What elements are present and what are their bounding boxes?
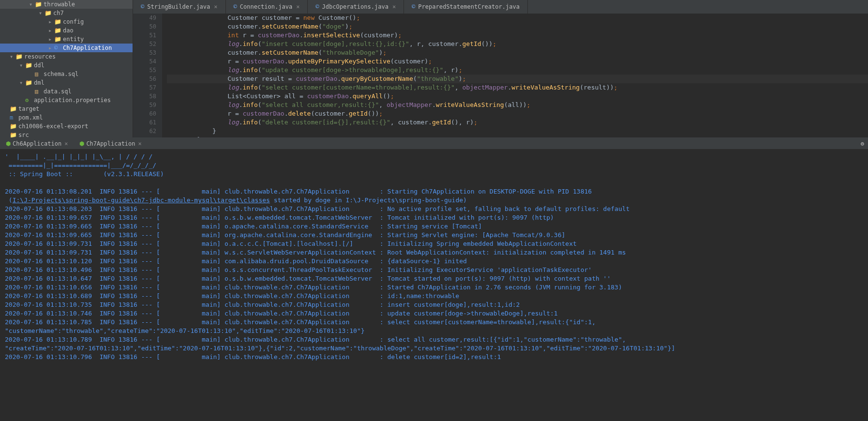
spring-icon: ⬢	[6, 140, 11, 147]
code-line[interactable]: log.info("delete customer[id={}],result:…	[167, 118, 868, 127]
tree-item-throwable[interactable]: 📁throwable	[0, 0, 133, 9]
folder-orange-icon: 📁	[10, 105, 16, 112]
editor-tab-preparedstatementcreator-java[interactable]: ©PreparedStatementCreator.java	[404, 0, 528, 14]
console-line: 2020-07-16 01:13:10.746 INFO 13816 --- […	[5, 309, 863, 318]
tree-item-dml[interactable]: 📁dml	[0, 78, 133, 87]
tree-item-label: data.sql	[44, 88, 72, 95]
code-line[interactable]: customer.setCustomerName("doge");	[167, 22, 868, 31]
tree-item-label: schema.sql	[44, 71, 78, 77]
line-number: 55	[133, 66, 156, 75]
console-line: =========|_|==============|___/=/_/_/_/	[5, 161, 863, 170]
folder-icon: 📁	[25, 62, 32, 69]
close-icon[interactable]: ×	[138, 140, 142, 147]
console-line: 2020-07-16 01:13:09.665 INFO 13816 --- […	[5, 231, 863, 240]
tree-item-label: dml	[34, 79, 45, 86]
tree-item-ch7application[interactable]: ©Ch7Application	[0, 44, 133, 52]
tree-arrow-icon[interactable]	[19, 79, 24, 86]
console-line: 2020-07-16 01:13:09.665 INFO 13816 --- […	[5, 222, 863, 231]
tree-item-ch7[interactable]: 📁ch7	[0, 9, 133, 17]
tree-item-src[interactable]: 📁src	[0, 131, 133, 137]
gutter: 495051525354555657585960616263	[133, 14, 162, 137]
folder-icon: 📁	[54, 18, 61, 25]
tree-arrow-icon[interactable]	[10, 53, 15, 60]
java-icon: ©	[54, 45, 61, 51]
code-line[interactable]: r = customerDao.delete(customer.getId())…	[167, 109, 868, 118]
tree-item-ch10086-excel-export[interactable]: 📁ch10086-excel-export	[0, 122, 133, 131]
tree-item-label: target	[18, 105, 39, 112]
console-tabs: ⬢Ch6Application×⬢Ch7Application×⚙	[0, 138, 868, 150]
folder-icon: 📁	[54, 36, 61, 43]
tree-item-dao[interactable]: 📁dao	[0, 26, 133, 35]
tree-item-application-properties[interactable]: ⚙application.properties	[0, 96, 133, 105]
close-icon[interactable]: ×	[296, 3, 299, 10]
folder-icon: 📁	[54, 27, 61, 34]
editor-tab-jdbcoperations-java[interactable]: ©JdbcOperations.java×	[308, 0, 404, 14]
line-number: 60	[133, 109, 156, 118]
console-line: 2020-07-16 01:13:10.656 INFO 13816 --- […	[5, 283, 863, 292]
tree-item-entity[interactable]: 📁entity	[0, 35, 133, 44]
close-icon[interactable]: ×	[392, 3, 396, 10]
tree-arrow-icon[interactable]	[39, 10, 44, 16]
tree-item-schema-sql[interactable]: ▤schema.sql	[0, 70, 133, 78]
tree-item-config[interactable]: 📁config	[0, 17, 133, 26]
code-line[interactable]: log.info("select all customer,result:{}"…	[167, 101, 868, 109]
tree-item-resources[interactable]: 📁resources	[0, 52, 133, 61]
code-line[interactable]: customer.setCustomerName("throwableDoge"…	[167, 48, 868, 57]
console-output[interactable]: ' |____| .__|_| |_|_| |_\__, | / / / / =…	[0, 150, 868, 421]
tree-item-label: entity	[63, 36, 84, 43]
java-icon: ©	[315, 3, 319, 10]
line-number: 50	[133, 22, 156, 31]
console-tab-ch6application[interactable]: ⬢Ch6Application×	[0, 138, 74, 149]
folder-icon: 📁	[45, 10, 51, 16]
code-line[interactable]: Customer result = customerDao.queryByCus…	[167, 75, 868, 83]
sql-icon: ▤	[35, 88, 42, 95]
editor-tab-connection-java[interactable]: ©Connection.java×	[226, 0, 308, 14]
tree-item-label: resources	[24, 53, 56, 60]
console-tab-ch7application[interactable]: ⬢Ch7Application×	[74, 138, 147, 149]
console-link[interactable]: I:\J-Projects\spring-boot-guide\ch7-jdbc…	[13, 196, 270, 204]
console-line: 2020-07-16 01:13:10.647 INFO 13816 --- […	[5, 274, 863, 283]
code-content[interactable]: Customer customer = new Customer(); cust…	[162, 14, 868, 137]
editor-tabs: ©StringBuilder.java×©Connection.java×©Jd…	[133, 0, 868, 14]
java-icon: ©	[412, 3, 415, 10]
tree-item-ddl[interactable]: 📁ddl	[0, 61, 133, 70]
tree-arrow-icon[interactable]	[29, 1, 34, 8]
close-icon[interactable]: ×	[214, 3, 217, 10]
tree-arrow-icon[interactable]	[19, 62, 24, 69]
tree-item-target[interactable]: 📁target	[0, 105, 133, 113]
code-line[interactable]: log.info("insert customer[doge],result:{…	[167, 40, 868, 48]
gear-icon[interactable]: ⚙	[861, 140, 864, 147]
tree-arrow-icon[interactable]	[48, 18, 53, 25]
code-line[interactable]: Customer customer = new Customer();	[167, 14, 868, 22]
console-line: 2020-07-16 01:13:10.789 INFO 13816 --- […	[5, 335, 863, 344]
console-line: 2020-07-16 01:13:10.796 INFO 13816 --- […	[5, 353, 863, 361]
tree-arrow-icon[interactable]	[48, 27, 53, 34]
tree-item-label: ch7	[53, 10, 64, 16]
code-line[interactable]: }	[167, 135, 868, 137]
code-line[interactable]: List<Customer> all = customerDao.queryAl…	[167, 92, 868, 101]
console-line: "createTime":"2020-07-16T01:13:10","edit…	[5, 344, 863, 353]
tree-item-data-sql[interactable]: ▤data.sql	[0, 87, 133, 96]
editor-tab-stringbuilder-java[interactable]: ©StringBuilder.java×	[133, 0, 226, 14]
line-number: 53	[133, 48, 156, 57]
code-line[interactable]: log.info("select customer[customerName=t…	[167, 83, 868, 92]
tree-arrow-icon[interactable]	[48, 45, 53, 51]
code-line[interactable]: }	[167, 127, 868, 135]
code-line[interactable]: log.info("update customer[doge->throwabl…	[167, 66, 868, 75]
java-icon: ©	[234, 3, 237, 10]
tab-label: PreparedStatementCreator.java	[418, 3, 520, 10]
tree-arrow-icon[interactable]	[48, 36, 53, 43]
line-number: 54	[133, 57, 156, 66]
console-line: (I:\J-Projects\spring-boot-guide\ch7-jdb…	[5, 196, 863, 205]
line-number: 62	[133, 127, 156, 135]
tree-item-pom-xml[interactable]: mpom.xml	[0, 113, 133, 122]
folder-icon: 📁	[25, 79, 32, 86]
folder-icon: 📁	[10, 132, 16, 137]
console-line: 2020-07-16 01:13:10.735 INFO 13816 --- […	[5, 301, 863, 309]
code-line[interactable]: r = customerDao.updateByPrimaryKeySelect…	[167, 57, 868, 66]
tab-label: JdbcOperations.java	[322, 3, 389, 10]
close-icon[interactable]: ×	[64, 140, 68, 147]
tree-item-label: Ch7Application	[63, 45, 112, 51]
console-line	[5, 179, 863, 187]
code-line[interactable]: int r = customerDao.insertSelective(cust…	[167, 31, 868, 40]
